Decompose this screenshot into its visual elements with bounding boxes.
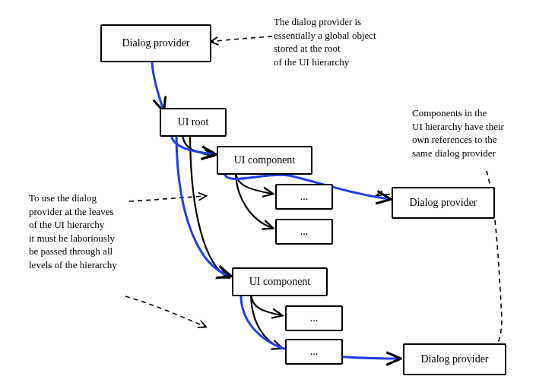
box-dialog-provider-right-2: Dialog provider — [403, 343, 506, 375]
box-dialog-provider-right-1: Dialog provider — [392, 187, 495, 219]
box-leaf-d: ... — [285, 339, 343, 365]
box-ui-component-2: UI component — [232, 267, 328, 296]
note-right-mid: Components in the UI hierarchy have thei… — [412, 106, 549, 160]
diagram-canvas: Dialog provider UI root UI component ...… — [0, 0, 555, 392]
box-ui-component-1: UI component — [217, 146, 312, 175]
box-dialog-provider-top: Dialog provider — [100, 24, 211, 62]
box-leaf-a: ... — [275, 184, 333, 210]
box-ui-root: UI root — [160, 108, 227, 137]
note-top-right: The dialog provider is essentially a glo… — [274, 15, 449, 68]
box-leaf-b: ... — [275, 219, 333, 245]
note-left: To use the dialog provider at the leaves… — [29, 191, 158, 271]
box-leaf-c: ... — [285, 305, 343, 331]
